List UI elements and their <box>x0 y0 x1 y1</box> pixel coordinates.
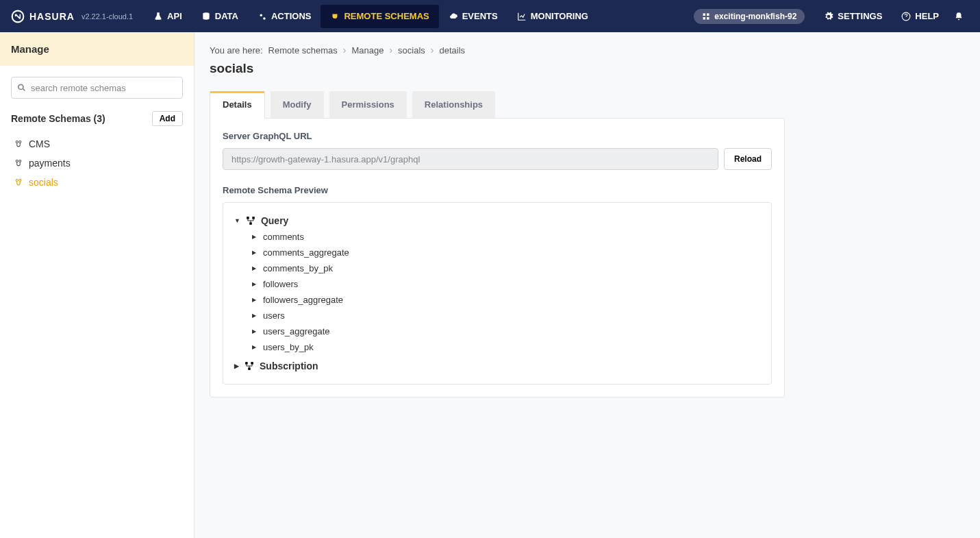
tree-leaf-followers_aggregate[interactable]: ▶followers_aggregate <box>252 292 760 308</box>
tab-relationships[interactable]: Relationships <box>412 91 495 118</box>
schema-preview-box: ▼Query▶comments▶comments_aggregate▶comme… <box>223 202 772 384</box>
tab-modify[interactable]: Modify <box>271 91 324 118</box>
nav-monitoring[interactable]: MONITORING <box>507 5 598 28</box>
notifications-button[interactable] <box>948 5 969 28</box>
project-name: exciting-monkfish-92 <box>714 12 796 21</box>
breadcrumb-remote-schemas[interactable]: Remote schemas <box>268 45 338 56</box>
breadcrumb: You are here: Remote schemas › Manage › … <box>210 45 965 56</box>
tab-details[interactable]: Details <box>210 91 265 119</box>
tree-leaf-comments_by_pk[interactable]: ▶comments_by_pk <box>252 260 760 276</box>
nav-actions[interactable]: ACTIONS <box>248 5 321 28</box>
tree-leaf-label: comments_aggregate <box>263 247 349 258</box>
sidebar: Manage Remote Schemas (3) Add CMSpayment… <box>0 32 194 538</box>
version-label: v2.22.1-cloud.1 <box>81 12 133 21</box>
nav-data[interactable]: DATA <box>192 5 248 28</box>
tree-leaf-label: users_aggregate <box>263 326 330 337</box>
plug-icon <box>330 12 340 21</box>
tree-leaf-comments[interactable]: ▶comments <box>252 229 760 245</box>
chevron-right-icon: › <box>389 45 392 56</box>
sidebar-item-socials[interactable]: socials <box>11 173 183 192</box>
database-icon <box>201 12 211 21</box>
caret-icon: ▶ <box>252 297 256 303</box>
chevron-right-icon: › <box>431 45 434 56</box>
svg-rect-9 <box>247 217 249 219</box>
tree-leaf-users[interactable]: ▶users <box>252 308 760 323</box>
svg-rect-14 <box>248 367 251 370</box>
search-icon <box>17 84 26 93</box>
url-section-label: Server GraphQL URL <box>223 131 772 141</box>
cloud-icon <box>449 12 458 21</box>
svg-rect-11 <box>249 222 252 225</box>
nav-remote-schemas[interactable]: REMOTE SCHEMAS <box>321 5 438 28</box>
branch-icon <box>15 178 22 186</box>
tree-leaf-label: users <box>263 310 285 321</box>
details-card: Server GraphQL URL Reload Remote Schema … <box>210 118 785 398</box>
schema-list: CMSpaymentssocials <box>11 134 183 192</box>
tree-root-query[interactable]: ▼Query <box>234 215 760 226</box>
flask-icon <box>153 12 163 21</box>
svg-point-2 <box>260 14 262 16</box>
svg-rect-4 <box>703 13 706 16</box>
top-nav: HASURA v2.22.1-cloud.1 API DATA ACTIONS … <box>0 0 980 32</box>
schemas-count-label: Remote Schemas (3) <box>11 113 105 124</box>
tree-leaf-label: followers <box>263 279 298 289</box>
tree-leaf-users_by_pk[interactable]: ▶users_by_pk <box>252 339 760 355</box>
breadcrumb-manage[interactable]: Manage <box>351 45 384 56</box>
gear-icon <box>824 12 833 21</box>
nav-settings[interactable]: SETTINGS <box>814 5 892 28</box>
search-wrap <box>11 77 183 99</box>
tree-leaf-label: followers_aggregate <box>263 295 343 305</box>
sidebar-item-label: CMS <box>29 138 50 149</box>
sidebar-item-cms[interactable]: CMS <box>11 134 183 154</box>
nav-help[interactable]: HELP <box>892 5 948 28</box>
bell-icon <box>954 12 964 21</box>
add-schema-button[interactable]: Add <box>152 111 183 126</box>
brand-logo-area[interactable]: HASURA <box>11 10 75 23</box>
svg-rect-5 <box>707 13 709 16</box>
tree-leaf-followers[interactable]: ▶followers <box>252 276 760 292</box>
caret-icon: ▶ <box>252 281 256 287</box>
nav-events[interactable]: EVENTS <box>439 5 507 28</box>
caret-icon: ▶ <box>252 249 256 256</box>
svg-rect-13 <box>251 362 253 365</box>
sidebar-title: Manage <box>11 43 183 55</box>
caret-icon: ▶ <box>252 313 256 319</box>
graphql-url-field[interactable] <box>223 148 718 170</box>
tree-leaf-comments_aggregate[interactable]: ▶comments_aggregate <box>252 245 760 260</box>
hasura-logo-icon <box>11 10 25 23</box>
grid-icon <box>702 12 710 21</box>
caret-icon: ▶ <box>252 328 256 334</box>
schema-tree: ▼Query▶comments▶comments_aggregate▶comme… <box>234 212 760 374</box>
cogs-icon <box>257 12 267 21</box>
chevron-right-icon: › <box>343 45 347 56</box>
tree-leaf-label: comments <box>263 232 304 242</box>
brand-name: HASURA <box>29 11 75 22</box>
type-icon <box>246 216 255 225</box>
search-input[interactable] <box>11 77 183 99</box>
caret-icon: ▶ <box>252 265 256 271</box>
type-icon <box>244 361 254 371</box>
nav-items: API DATA ACTIONS REMOTE SCHEMAS EVENTS M… <box>144 5 598 28</box>
main-content: You are here: Remote schemas › Manage › … <box>194 32 980 538</box>
tree-leaf-label: comments_by_pk <box>263 263 333 273</box>
page-title: socials <box>210 61 965 76</box>
sidebar-header: Manage <box>0 32 194 66</box>
breadcrumb-socials[interactable]: socials <box>398 45 425 56</box>
tab-permissions[interactable]: Permissions <box>329 91 407 118</box>
tabs-bar: DetailsModifyPermissionsRelationships <box>210 91 965 118</box>
project-chip[interactable]: exciting-monkfish-92 <box>694 9 805 24</box>
tree-root-subscription[interactable]: ▶Subscription <box>234 360 760 371</box>
branch-icon <box>15 159 22 167</box>
sidebar-item-payments[interactable]: payments <box>11 154 183 173</box>
svg-rect-6 <box>703 17 706 20</box>
tree-leaf-label: users_by_pk <box>263 342 314 352</box>
caret-icon: ▶ <box>252 234 256 240</box>
question-icon <box>901 12 911 21</box>
nav-api[interactable]: API <box>144 5 192 28</box>
caret-icon: ▼ <box>234 217 240 224</box>
tree-root-label: Subscription <box>260 360 318 371</box>
caret-icon: ▶ <box>234 363 239 369</box>
tree-leaf-users_aggregate[interactable]: ▶users_aggregate <box>252 323 760 339</box>
breadcrumb-details: details <box>440 45 466 56</box>
reload-button[interactable]: Reload <box>724 148 772 170</box>
